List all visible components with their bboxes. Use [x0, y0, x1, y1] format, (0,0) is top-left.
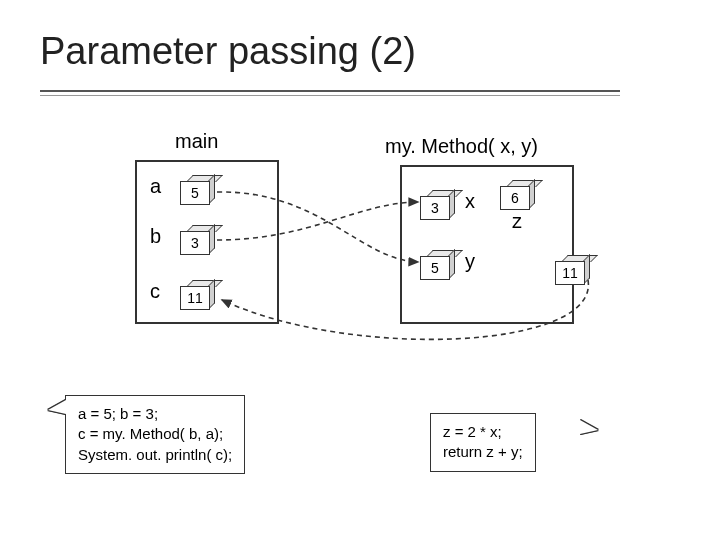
title-underline — [40, 90, 620, 92]
var-x-value: 3 — [420, 196, 450, 220]
var-x-box: 3 — [420, 190, 454, 218]
callout-left: a = 5; b = 3; c = my. Method( b, a); Sys… — [65, 395, 245, 474]
method-heading: my. Method( x, y) — [385, 135, 538, 158]
var-b-label: b — [150, 225, 161, 248]
return-box: 11 — [555, 255, 589, 283]
var-c-box: 11 — [180, 280, 214, 308]
var-b-value: 3 — [180, 231, 210, 255]
var-y-value: 5 — [420, 256, 450, 280]
title-underline-light — [40, 95, 620, 96]
callout-left-tail — [48, 400, 66, 414]
return-value: 11 — [555, 261, 585, 285]
var-x-label: x — [465, 190, 475, 213]
var-z-box: 6 — [500, 180, 534, 208]
main-heading: main — [175, 130, 218, 153]
var-z-value: 6 — [500, 186, 530, 210]
method-frame — [400, 165, 574, 324]
var-b-box: 3 — [180, 225, 214, 253]
slide-title: Parameter passing (2) — [40, 30, 416, 73]
callout-right: z = 2 * x; return z + y; — [430, 413, 536, 472]
var-y-box: 5 — [420, 250, 454, 278]
var-z-label: z — [512, 210, 522, 233]
var-y-label: y — [465, 250, 475, 273]
var-a-value: 5 — [180, 181, 210, 205]
var-a-label: a — [150, 175, 161, 198]
callout-right-tail — [580, 420, 598, 434]
var-c-value: 11 — [180, 286, 210, 310]
var-c-label: c — [150, 280, 160, 303]
var-a-box: 5 — [180, 175, 214, 203]
